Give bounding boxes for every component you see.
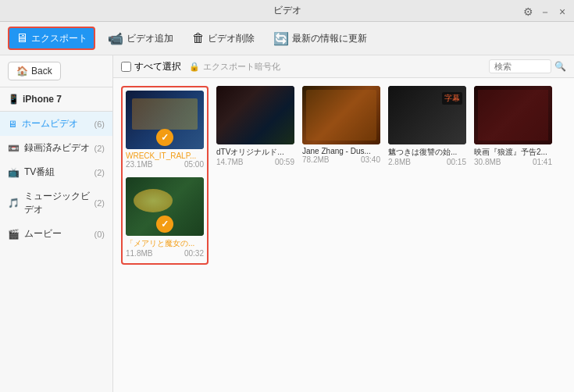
check-badge: ✓: [156, 129, 173, 146]
sidebar-back: 🏠 Back: [0, 55, 112, 87]
video-size: 30.8MB: [474, 158, 501, 166]
video-duration: 00:32: [184, 249, 204, 258]
sidebar-item-left: 📼 録画済みビデオ: [8, 141, 90, 155]
video-duration: 05:00: [184, 160, 204, 169]
video-meta: 14.7MB 00:59: [216, 158, 294, 166]
video-item-mary[interactable]: ✓ 「メアリと魔女の... 11.8MB 00:32: [126, 177, 204, 260]
encrypt-label: 🔒 エクスポート暗号化: [189, 61, 280, 73]
home-video-icon: 🖥: [8, 119, 17, 130]
video-item-wreck[interactable]: ✓ WRECK_IT_RALP... 23.1MB 05:00: [126, 91, 204, 171]
sidebar-item-count: (6): [94, 119, 105, 129]
video-thumb-mary: ✓: [126, 177, 204, 236]
monitor-icon: 🖥: [16, 31, 28, 45]
export-button[interactable]: 🖥 エクスポート: [8, 27, 95, 50]
video-title: 魑つきは復讐の始...: [388, 147, 466, 158]
video-size: 23.1MB: [126, 160, 152, 169]
main-toolbar: 🖥 エクスポート 📹 ビデオ追加 🗑 ビデオ削除 🔄 最新の情報に更新: [0, 22, 574, 55]
video-meta: 11.8MB 00:32: [126, 249, 204, 258]
sidebar-item-label: ムービー: [24, 227, 62, 241]
content-area: すべて選択 🔒 エクスポート暗号化 🔍 ✓: [113, 55, 574, 392]
video-meta: 78.2MB 03:40: [302, 155, 380, 164]
back-button[interactable]: 🏠 Back: [8, 62, 61, 80]
sidebar-item-count: (2): [94, 144, 105, 153]
refresh-label: 最新の情報に更新: [292, 32, 367, 45]
title-bar: ビデオ ⚙ － ×: [0, 0, 574, 22]
video-thumb-dtv: [216, 86, 294, 144]
video-grid: ✓ WRECK_IT_RALP... 23.1MB 05:00: [113, 78, 574, 392]
video-duration: 00:15: [447, 158, 466, 166]
content-toolbar: すべて選択 🔒 エクスポート暗号化 🔍: [113, 55, 574, 78]
video-info: Jane Zhang - Dus... 78.2MB 03:40: [302, 144, 380, 166]
video-info: 魑つきは復讐の始... 2.8MB 00:15: [388, 144, 466, 169]
search-area: 🔍: [489, 59, 566, 73]
video-thumb-wreck: ✓: [126, 91, 204, 149]
sidebar-item-label: ホームビデオ: [22, 117, 78, 130]
search-input[interactable]: [489, 59, 551, 73]
video-meta: 30.8MB 01:41: [474, 158, 552, 166]
video-size: 14.7MB: [216, 158, 243, 166]
settings-icon[interactable]: ⚙: [522, 5, 533, 16]
window-controls: ⚙ － ×: [522, 5, 568, 16]
video-title: Jane Zhang - Dus...: [302, 147, 380, 155]
check-badge: ✓: [156, 216, 173, 233]
select-all-input[interactable]: [121, 62, 131, 72]
add-video-button[interactable]: 📹 ビデオ追加: [102, 28, 180, 49]
close-button[interactable]: ×: [557, 5, 568, 16]
sidebar-item-tv[interactable]: 📺 TV番組 (2): [0, 160, 112, 184]
video-duration: 00:59: [275, 158, 294, 166]
selection-box: ✓ WRECK_IT_RALP... 23.1MB 05:00: [121, 86, 209, 265]
video-item-jane[interactable]: Jane Zhang - Dus... 78.2MB 03:40: [302, 86, 380, 265]
video-thumb-eiga: [474, 86, 552, 144]
sidebar-item-left: 🖥 ホームビデオ: [8, 117, 78, 130]
add-video-label: ビデオ追加: [127, 32, 173, 45]
sidebar-item-left: 📺 TV番組: [8, 166, 55, 179]
back-icon: 🏠: [16, 66, 28, 77]
encrypt-text: エクスポート暗号化: [203, 61, 280, 73]
refresh-icon: 🔄: [273, 31, 289, 46]
music-video-icon: 🎵: [8, 198, 20, 208]
main-container: 🏠 Back 📱 iPhone 7 🖥 ホームビデオ (6) 📼 録画済みビデオ…: [0, 55, 574, 392]
video-item-eiga[interactable]: 映画『狼渡』予告2... 30.8MB 01:41: [474, 86, 552, 265]
sidebar-item-home-video[interactable]: 🖥 ホームビデオ (6): [0, 112, 112, 136]
sidebar-item-count: (0): [94, 230, 105, 239]
video-item-dtv[interactable]: dTVオリジナルド... 14.7MB 00:59: [216, 86, 294, 265]
video-size: 2.8MB: [388, 158, 411, 166]
video-duration: 01:41: [533, 158, 552, 166]
video-info: WRECK_IT_RALP... 23.1MB 05:00: [126, 149, 204, 171]
refresh-button[interactable]: 🔄 最新の情報に更新: [267, 28, 373, 49]
add-video-icon: 📹: [108, 31, 123, 46]
back-label: Back: [31, 66, 52, 77]
video-size: 11.8MB: [126, 249, 152, 258]
sidebar-item-recorded[interactable]: 📼 録画済みビデオ (2): [0, 136, 112, 160]
video-title: 映画『狼渡』予告2...: [474, 147, 552, 158]
delete-video-icon: 🗑: [192, 31, 205, 45]
video-title: WRECK_IT_RALP...: [126, 151, 204, 160]
sidebar-item-movies[interactable]: 🎬 ムービー (0): [0, 222, 112, 246]
search-icon[interactable]: 🔍: [554, 61, 566, 72]
sidebar-item-count: (2): [94, 168, 105, 177]
select-all-checkbox[interactable]: すべて選択: [121, 60, 181, 73]
video-info: 「メアリと魔女の... 11.8MB 00:32: [126, 236, 204, 260]
sidebar-item-music-video[interactable]: 🎵 ミュージックビデオ (2): [0, 184, 112, 222]
phone-icon: 📱: [8, 94, 20, 105]
lock-icon: 🔒: [189, 62, 200, 72]
recorded-icon: 📼: [8, 143, 20, 154]
tv-icon: 📺: [8, 167, 20, 178]
sidebar-item-count: (2): [94, 198, 105, 208]
video-meta: 23.1MB 05:00: [126, 160, 204, 169]
video-title: 「メアリと魔女の...: [126, 238, 204, 249]
sidebar-item-label: TV番組: [24, 166, 55, 179]
sidebar-item-label: 録画済みビデオ: [24, 141, 90, 155]
video-thumb-jane: [302, 86, 380, 144]
window-title: ビデオ: [273, 4, 301, 17]
video-item-oni[interactable]: 字幕 魑つきは復讐の始... 2.8MB 00:15: [388, 86, 466, 265]
select-all-label: すべて選択: [134, 60, 181, 73]
movies-icon: 🎬: [8, 229, 20, 240]
video-info: 映画『狼渡』予告2... 30.8MB 01:41: [474, 144, 552, 169]
export-label: エクスポート: [31, 32, 87, 45]
delete-video-button[interactable]: 🗑 ビデオ削除: [186, 28, 261, 48]
sidebar: 🏠 Back 📱 iPhone 7 🖥 ホームビデオ (6) 📼 録画済みビデオ…: [0, 55, 113, 392]
minimize-button[interactable]: －: [540, 5, 551, 16]
video-info: dTVオリジナルド... 14.7MB 00:59: [216, 144, 294, 169]
video-title: dTVオリジナルド...: [216, 147, 294, 158]
